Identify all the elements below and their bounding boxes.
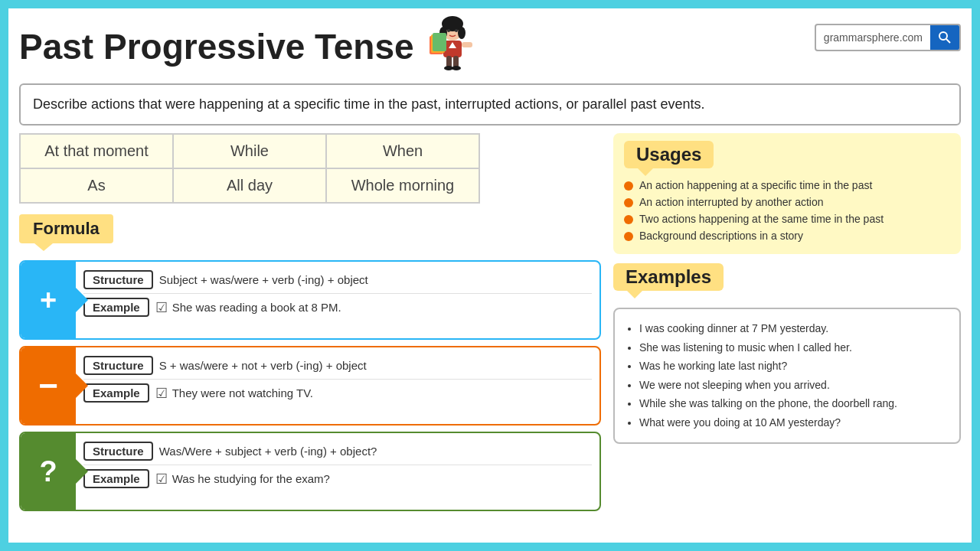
- search-icon: [938, 31, 952, 44]
- list-item: Background descriptions in a story: [624, 230, 950, 242]
- list-item: I was cooking dinner at 7 PM yesterday.: [639, 321, 949, 337]
- negative-example-row: Example ☑ They were not watching TV.: [83, 379, 592, 406]
- question-arrow: [76, 459, 88, 484]
- right-panel: Usages An action happening at a specific…: [613, 133, 961, 517]
- positive-example-row: Example ☑ She was reading a book at 8 PM…: [83, 293, 592, 321]
- examples-title: Examples: [613, 263, 724, 291]
- plus-icon: +: [40, 284, 57, 317]
- example-badge-neg: Example: [83, 383, 149, 403]
- question-rows: Structure Was/Were + subject + verb (-in…: [76, 433, 599, 510]
- list-item: We were not sleeping when you arrived.: [639, 378, 949, 393]
- time-expr-while: While: [173, 134, 326, 168]
- negative-icon-block: −: [21, 347, 76, 424]
- usages-box: Usages An action happening at a specific…: [613, 133, 961, 254]
- search-bar: grammarsphere.com: [815, 24, 961, 51]
- list-item: She was listening to music when I called…: [639, 341, 949, 356]
- question-icon-block: ?: [21, 433, 76, 510]
- time-expr-all-day: All day: [173, 168, 326, 203]
- search-button[interactable]: [930, 25, 959, 50]
- question-structure-row: Structure Was/Were + subject + verb (-in…: [83, 438, 592, 465]
- time-expr-as: As: [20, 168, 173, 203]
- svg-rect-16: [462, 42, 472, 47]
- negative-formula-box: − Structure S + was/were + not + verb (-…: [19, 346, 601, 425]
- list-item: Two actions happening at the same time i…: [624, 213, 950, 225]
- structure-badge: Structure: [83, 270, 153, 289]
- list-item: An action happening at a specific time i…: [624, 179, 950, 191]
- svg-point-4: [447, 29, 450, 32]
- svg-point-17: [939, 32, 947, 40]
- svg-rect-15: [433, 33, 446, 51]
- negative-structure-row: Structure S + was/were + not + verb (-in…: [83, 352, 592, 379]
- time-expressions-table: At that moment While When As All day Who…: [19, 133, 480, 204]
- positive-icon-block: +: [21, 262, 76, 338]
- list-item: What were you doing at 10 AM yesterday?: [639, 416, 949, 431]
- list-item: Was he working late last night?: [639, 359, 949, 374]
- bullet-icon: [624, 198, 633, 207]
- checkmark-icon: ☑: [155, 299, 168, 316]
- question-icon: ?: [39, 455, 57, 488]
- question-example-row: Example ☑ Was he studying for the exam?: [83, 465, 592, 492]
- formula-section: Formula + Structure Subject + was/were +…: [19, 214, 601, 511]
- main-container: Past Progressive Tense: [6, 6, 974, 545]
- negative-arrow: [76, 373, 88, 398]
- positive-arrow: [76, 288, 88, 312]
- time-expr-at-that-moment: At that moment: [20, 134, 173, 168]
- left-panel: At that moment While When As All day Who…: [19, 133, 601, 517]
- question-example-text: Was he studying for the exam?: [172, 472, 330, 485]
- structure-badge-quest: Structure: [83, 442, 153, 461]
- positive-structure-text: Subject + was/were + verb (-ing) + objec…: [159, 273, 368, 286]
- structure-badge-neg: Structure: [83, 356, 153, 375]
- svg-line-18: [946, 39, 950, 43]
- checkmark-icon-neg: ☑: [155, 385, 168, 402]
- negative-rows: Structure S + was/were + not + verb (-in…: [76, 347, 599, 424]
- content-area: At that moment While When As All day Who…: [19, 133, 961, 517]
- question-formula-box: ? Structure Was/Were + subject + verb (-…: [19, 432, 601, 511]
- checkmark-icon-quest: ☑: [155, 471, 168, 487]
- bullet-icon: [624, 181, 633, 191]
- website-label: grammarsphere.com: [816, 28, 930, 47]
- formula-label: Formula: [19, 214, 113, 243]
- question-structure-text: Was/Were + subject + verb (-ing) + objec…: [159, 445, 377, 458]
- bullet-icon: [624, 232, 633, 241]
- bullet-icon: [624, 215, 633, 224]
- example-badge: Example: [83, 298, 149, 317]
- positive-formula-box: + Structure Subject + was/were + verb (-…: [19, 260, 601, 340]
- header: Past Progressive Tense: [19, 16, 961, 77]
- example-badge-quest: Example: [83, 469, 149, 488]
- positive-rows: Structure Subject + was/were + verb (-in…: [76, 262, 599, 338]
- usages-list: An action happening at a specific time i…: [624, 179, 950, 242]
- examples-section: Examples I was cooking dinner at 7 PM ye…: [613, 263, 961, 444]
- minus-icon: −: [38, 369, 58, 403]
- examples-list: I was cooking dinner at 7 PM yesterday. …: [626, 321, 949, 431]
- time-expr-when: When: [326, 134, 479, 168]
- table-row: As All day Whole morning: [20, 168, 479, 203]
- character-icon: [422, 16, 483, 77]
- time-expr-whole-morning: Whole morning: [326, 168, 479, 203]
- svg-point-3: [458, 27, 466, 39]
- page-title: Past Progressive Tense: [19, 26, 414, 67]
- list-item: While she was talking on the phone, the …: [639, 396, 949, 412]
- positive-structure-row: Structure Subject + was/were + verb (-in…: [83, 266, 592, 293]
- description-box: Describe actions that were happening at …: [19, 83, 961, 126]
- table-row: At that moment While When: [20, 134, 479, 168]
- negative-example-text: They were not watching TV.: [172, 386, 313, 399]
- svg-point-11: [452, 66, 461, 70]
- usages-title: Usages: [624, 141, 714, 168]
- header-left: Past Progressive Tense: [19, 16, 483, 77]
- svg-point-5: [455, 29, 458, 32]
- list-item: An action interrupted by another action: [624, 196, 950, 208]
- negative-structure-text: S + was/were + not + verb (-ing) + objec…: [159, 359, 367, 372]
- positive-example-text: She was reading a book at 8 PM.: [172, 301, 341, 314]
